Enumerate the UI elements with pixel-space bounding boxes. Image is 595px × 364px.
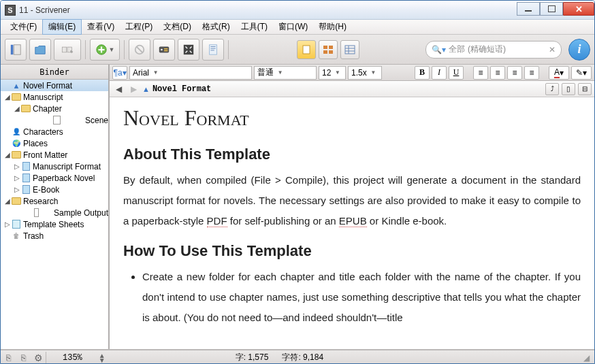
menu-item[interactable]: 文档(D) <box>158 20 197 34</box>
menu-item[interactable]: 查看(V) <box>82 20 120 34</box>
binder-item[interactable]: Scene <box>1 114 108 126</box>
nav-forward-button[interactable]: ▶ <box>127 84 140 94</box>
search-box[interactable]: 🔍▾ 全部 (精确短语) ✕ <box>425 41 562 59</box>
zoom-stepper[interactable]: ▲▼ <box>99 353 106 363</box>
hdr-up-button[interactable]: ⤴ <box>545 83 559 95</box>
search-placeholder: (精确短语) <box>468 44 506 55</box>
binder-item-label: Paperback Novel <box>33 173 95 183</box>
menu-item[interactable]: 工程(P) <box>120 20 158 34</box>
search-clear-icon[interactable]: ✕ <box>549 45 556 54</box>
section-about: About This Template <box>123 146 581 163</box>
keywords-button[interactable] <box>153 39 175 61</box>
globe-icon <box>11 139 22 148</box>
binder-item-label: Sample Output <box>54 208 108 218</box>
bluedoc-icon <box>20 185 31 195</box>
view-corkboard-button[interactable] <box>319 40 338 59</box>
align-right-button[interactable]: ≡ <box>507 66 522 80</box>
align-left-button[interactable]: ≡ <box>473 66 488 80</box>
disclosure-icon[interactable]: ◢ <box>3 197 11 205</box>
char-count: 字符: 9,184 <box>282 352 323 363</box>
compose-button[interactable] <box>202 39 224 61</box>
binder-item[interactable]: ◢Manuscript <box>1 91 108 103</box>
disclosure-icon[interactable]: ▷ <box>3 220 11 228</box>
term-epub: EPUB <box>339 215 367 227</box>
line-spacing-select[interactable]: 1.5x <box>348 66 382 80</box>
titlebar: S 11 - Scrivener <box>1 1 594 20</box>
hdr-split-v-button[interactable]: ⊟ <box>578 83 592 95</box>
binder-item-label: Front Matter <box>23 150 67 160</box>
binder-item[interactable]: ▷Template Sheets <box>1 218 108 230</box>
editor-panel: ¶a▾ Arial 普通 12 1.5x B I U ≡ ≡ ≡ ≡ A▾ ✎▾… <box>110 65 594 349</box>
prohibit-button[interactable] <box>129 39 150 61</box>
add-button[interactable]: ▼ <box>90 39 120 61</box>
main-toolbar: ↻ ▼ 🔍▾ 全部 (精确短语) ✕ i <box>1 35 594 65</box>
binder-item[interactable]: Places <box>1 137 108 149</box>
svg-rect-8 <box>159 46 169 52</box>
maximize-button[interactable] <box>540 2 563 16</box>
svg-rect-10 <box>164 48 167 49</box>
close-button[interactable] <box>563 2 594 16</box>
view-outline-button[interactable] <box>340 40 359 59</box>
menu-item[interactable]: 窗口(W) <box>273 20 313 34</box>
svg-rect-11 <box>164 50 167 50</box>
font-style-select[interactable]: 普通 <box>254 66 317 80</box>
binder-item-label: Manuscript Format <box>33 162 101 171</box>
doc-icon <box>20 205 52 221</box>
editor-header-bar: ◀ ▶ Novel Format ⤴ ▯ ⊟ <box>110 81 594 97</box>
menu-item[interactable]: 工具(T) <box>236 20 273 34</box>
styles-button[interactable]: ¶a▾ <box>112 66 127 80</box>
binder-item[interactable]: Characters <box>1 126 108 137</box>
underline-button[interactable]: U <box>449 66 464 80</box>
zoom-level[interactable]: 135% <box>46 353 99 363</box>
italic-button[interactable]: I <box>432 66 447 80</box>
fullscreen-button[interactable] <box>178 39 199 61</box>
menu-item[interactable]: 帮助(H) <box>313 20 352 34</box>
binder-item[interactable]: ◢Front Matter <box>1 149 108 161</box>
info-button[interactable]: i <box>568 39 590 61</box>
layout-button[interactable]: ↻ <box>54 39 81 61</box>
font-select[interactable]: Arial <box>129 66 252 80</box>
align-center-button[interactable]: ≡ <box>490 66 505 80</box>
text-color-button[interactable]: A▾ <box>549 66 569 80</box>
disclosure-icon[interactable]: ◢ <box>3 93 11 101</box>
binder-tree[interactable]: Novel Format◢Manuscript◢ChapterSceneChar… <box>1 80 108 349</box>
align-justify-button[interactable]: ≡ <box>524 66 539 80</box>
resize-grip[interactable]: ◢ <box>583 353 594 363</box>
settings-gear-icon[interactable]: ⚙ <box>31 352 46 363</box>
disclosure-icon[interactable]: ▷ <box>13 163 20 170</box>
about-paragraph: By default, when compiled (File > Compil… <box>123 170 581 231</box>
collections-button[interactable] <box>29 39 51 61</box>
binder-item[interactable]: ▷Paperback Novel <box>1 172 108 184</box>
folder-icon <box>11 150 22 160</box>
binder-item[interactable]: Sample Output <box>1 207 108 218</box>
binder-item[interactable]: ▷E-Book <box>1 184 108 195</box>
binder-item[interactable]: ◢Research <box>1 195 108 207</box>
binder-toggle-button[interactable] <box>5 39 27 61</box>
nav-back-button[interactable]: ◀ <box>112 84 125 94</box>
search-icon: 🔍▾ <box>432 45 446 54</box>
disclosure-icon[interactable]: ▷ <box>13 174 20 182</box>
document-body[interactable]: Novel Format About This Template By defa… <box>110 97 594 349</box>
highlight-button[interactable]: ✎▾ <box>571 66 592 80</box>
footer-btn-1[interactable]: ⎘ <box>1 353 16 363</box>
binder-item-label: E-Book <box>33 185 59 195</box>
binder-item[interactable]: Novel Format <box>1 80 108 91</box>
menu-item[interactable]: 文件(F) <box>5 20 42 34</box>
disclosure-icon[interactable]: ▷ <box>13 186 20 193</box>
font-size-select[interactable]: 12 <box>319 66 346 80</box>
footer-btn-2[interactable]: ⎘ <box>16 353 31 363</box>
svg-rect-18 <box>323 46 327 49</box>
binder-item-label: Characters <box>23 127 63 137</box>
disclosure-icon[interactable]: ◢ <box>3 151 11 159</box>
hdr-split-h-button[interactable]: ▯ <box>562 83 575 95</box>
binder-item[interactable]: Trash <box>1 230 108 242</box>
bold-button[interactable]: B <box>415 66 430 80</box>
binder-item-label: Template Sheets <box>23 220 84 229</box>
view-document-button[interactable] <box>297 40 316 59</box>
minimize-button[interactable] <box>517 2 540 16</box>
binder-item[interactable]: ▷Manuscript Format <box>1 161 108 172</box>
menu-item[interactable]: 编辑(E) <box>42 19 82 35</box>
menu-item[interactable]: 格式(R) <box>197 20 236 34</box>
disclosure-icon[interactable]: ◢ <box>13 105 20 112</box>
people-icon <box>11 127 22 137</box>
